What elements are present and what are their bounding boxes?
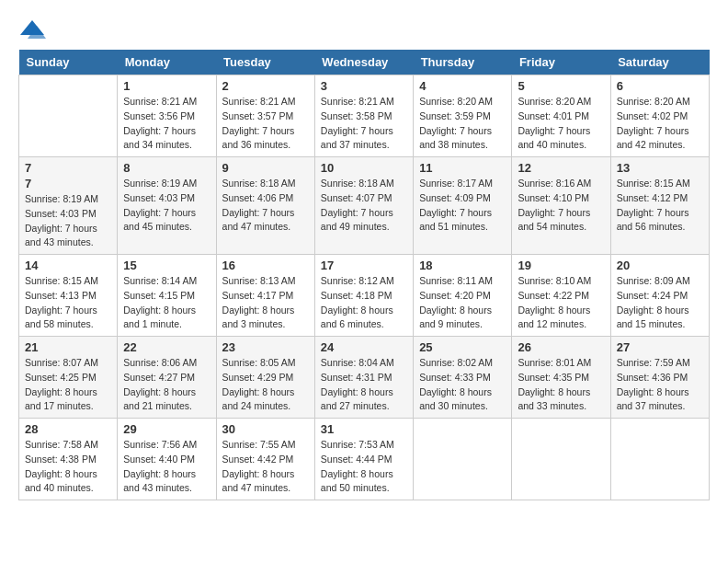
day-cell: 77Sunrise: 8:19 AMSunset: 4:03 PMDayligh… <box>19 157 118 255</box>
day-info: Sunrise: 8:02 AMSunset: 4:33 PMDaylight:… <box>419 356 506 414</box>
day-number: 25 <box>419 340 506 354</box>
day-info: Sunrise: 8:13 AMSunset: 4:17 PMDaylight:… <box>222 274 309 332</box>
day-number: 9 <box>222 161 309 175</box>
day-cell: 8Sunrise: 8:19 AMSunset: 4:03 PMDaylight… <box>118 157 216 255</box>
day-number: 20 <box>617 259 703 272</box>
day-cell: 24Sunrise: 8:04 AMSunset: 4:31 PMDayligh… <box>314 337 413 419</box>
day-cell: 9Sunrise: 8:18 AMSunset: 4:06 PMDaylight… <box>216 157 314 255</box>
day-cell: 20Sunrise: 8:09 AMSunset: 4:24 PMDayligh… <box>610 255 709 337</box>
day-number: 10 <box>321 161 407 175</box>
day-info: Sunrise: 8:16 AMSunset: 4:10 PMDaylight:… <box>518 177 604 235</box>
day-number: 16 <box>222 259 309 272</box>
day-info: Sunrise: 8:15 AMSunset: 4:13 PMDaylight:… <box>25 274 111 332</box>
day-cell: 31Sunrise: 7:53 AMSunset: 4:44 PMDayligh… <box>314 419 413 500</box>
day-cell <box>414 419 512 500</box>
day-cell: 15Sunrise: 8:14 AMSunset: 4:15 PMDayligh… <box>118 255 216 337</box>
logo <box>18 18 50 40</box>
day-cell: 19Sunrise: 8:10 AMSunset: 4:22 PMDayligh… <box>512 255 610 337</box>
day-cell: 1Sunrise: 8:21 AMSunset: 3:56 PMDaylight… <box>118 75 216 157</box>
day-cell: 12Sunrise: 8:16 AMSunset: 4:10 PMDayligh… <box>512 157 610 255</box>
day-info: Sunrise: 8:12 AMSunset: 4:18 PMDaylight:… <box>321 274 407 332</box>
day-info: Sunrise: 7:55 AMSunset: 4:42 PMDaylight:… <box>222 438 309 496</box>
day-info: Sunrise: 8:17 AMSunset: 4:09 PMDaylight:… <box>419 177 506 235</box>
header-saturday: Saturday <box>610 50 709 75</box>
day-info: Sunrise: 8:07 AMSunset: 4:25 PMDaylight:… <box>25 356 111 414</box>
day-number: 18 <box>419 259 506 272</box>
day-info: Sunrise: 8:11 AMSunset: 4:20 PMDaylight:… <box>419 274 506 332</box>
day-info: Sunrise: 8:18 AMSunset: 4:06 PMDaylight:… <box>222 177 309 235</box>
day-cell: 5Sunrise: 8:20 AMSunset: 4:01 PMDaylight… <box>512 75 610 157</box>
day-info: Sunrise: 7:56 AMSunset: 4:40 PMDaylight:… <box>123 438 210 496</box>
day-cell: 6Sunrise: 8:20 AMSunset: 4:02 PMDaylight… <box>610 75 709 157</box>
day-info: Sunrise: 8:20 AMSunset: 3:59 PMDaylight:… <box>419 95 506 153</box>
day-number: 17 <box>321 259 407 272</box>
day-number: 31 <box>321 422 407 436</box>
day-info: Sunrise: 7:59 AMSunset: 4:36 PMDaylight:… <box>617 356 703 414</box>
day-cell <box>610 419 709 500</box>
day-number: 11 <box>419 161 506 175</box>
day-number: 7 <box>25 161 111 175</box>
header-wednesday: Wednesday <box>314 50 413 75</box>
day-cell: 21Sunrise: 8:07 AMSunset: 4:25 PMDayligh… <box>19 337 118 419</box>
day-cell: 30Sunrise: 7:55 AMSunset: 4:42 PMDayligh… <box>216 419 314 500</box>
day-number: 21 <box>25 340 111 354</box>
day-info: Sunrise: 8:21 AMSunset: 3:58 PMDaylight:… <box>321 95 407 153</box>
day-cell: 13Sunrise: 8:15 AMSunset: 4:12 PMDayligh… <box>610 157 709 255</box>
day-number: 15 <box>123 259 210 272</box>
day-number: 30 <box>222 422 309 436</box>
day-cell: 2Sunrise: 8:21 AMSunset: 3:57 PMDaylight… <box>216 75 314 157</box>
day-number: 23 <box>222 340 309 354</box>
day-info: Sunrise: 8:21 AMSunset: 3:56 PMDaylight:… <box>123 95 210 153</box>
header-row: SundayMondayTuesdayWednesdayThursdayFrid… <box>19 50 710 75</box>
header-friday: Friday <box>512 50 610 75</box>
calendar-table: SundayMondayTuesdayWednesdayThursdayFrid… <box>18 50 710 500</box>
day-cell: 14Sunrise: 8:15 AMSunset: 4:13 PMDayligh… <box>19 255 118 337</box>
day-cell: 26Sunrise: 8:01 AMSunset: 4:35 PMDayligh… <box>512 337 610 419</box>
day-number: 29 <box>123 422 210 436</box>
day-cell: 27Sunrise: 7:59 AMSunset: 4:36 PMDayligh… <box>610 337 709 419</box>
day-info: Sunrise: 8:14 AMSunset: 4:15 PMDaylight:… <box>123 274 210 332</box>
header <box>18 18 710 40</box>
day-info: Sunrise: 7:58 AMSunset: 4:38 PMDaylight:… <box>25 438 111 496</box>
day-number: 3 <box>321 79 407 93</box>
day-cell: 4Sunrise: 8:20 AMSunset: 3:59 PMDaylight… <box>414 75 512 157</box>
day-info: Sunrise: 8:20 AMSunset: 4:01 PMDaylight:… <box>518 95 604 153</box>
day-info: Sunrise: 8:19 AMSunset: 4:03 PMDaylight:… <box>123 177 210 235</box>
day-cell <box>512 419 610 500</box>
day-info: Sunrise: 8:04 AMSunset: 4:31 PMDaylight:… <box>321 356 407 414</box>
day-info: Sunrise: 8:20 AMSunset: 4:02 PMDaylight:… <box>617 95 703 153</box>
day-number: 22 <box>123 340 210 354</box>
day-info: Sunrise: 8:15 AMSunset: 4:12 PMDaylight:… <box>617 177 703 235</box>
day-number: 5 <box>518 79 604 93</box>
day-number: 12 <box>518 161 604 175</box>
day-info: Sunrise: 8:06 AMSunset: 4:27 PMDaylight:… <box>123 356 210 414</box>
day-number: 2 <box>222 79 309 93</box>
week-row-1: 1Sunrise: 8:21 AMSunset: 3:56 PMDaylight… <box>19 75 710 157</box>
header-thursday: Thursday <box>414 50 512 75</box>
day-cell: 22Sunrise: 8:06 AMSunset: 4:27 PMDayligh… <box>118 337 216 419</box>
day-info: Sunrise: 8:05 AMSunset: 4:29 PMDaylight:… <box>222 356 309 414</box>
week-row-3: 14Sunrise: 8:15 AMSunset: 4:13 PMDayligh… <box>19 255 710 337</box>
day-info: Sunrise: 7:53 AMSunset: 4:44 PMDaylight:… <box>321 438 407 496</box>
day-cell: 28Sunrise: 7:58 AMSunset: 4:38 PMDayligh… <box>19 419 118 500</box>
day-number: 26 <box>518 340 604 354</box>
header-tuesday: Tuesday <box>216 50 314 75</box>
day-info: Sunrise: 8:09 AMSunset: 4:24 PMDaylight:… <box>617 274 703 332</box>
day-cell: 23Sunrise: 8:05 AMSunset: 4:29 PMDayligh… <box>216 337 314 419</box>
week-row-5: 28Sunrise: 7:58 AMSunset: 4:38 PMDayligh… <box>19 419 710 500</box>
day-number: 28 <box>25 422 111 436</box>
day-info: Sunrise: 8:01 AMSunset: 4:35 PMDaylight:… <box>518 356 604 414</box>
week-row-4: 21Sunrise: 8:07 AMSunset: 4:25 PMDayligh… <box>19 337 710 419</box>
day-number: 1 <box>123 79 210 93</box>
day-cell: 16Sunrise: 8:13 AMSunset: 4:17 PMDayligh… <box>216 255 314 337</box>
day-cell: 18Sunrise: 8:11 AMSunset: 4:20 PMDayligh… <box>414 255 512 337</box>
day-info: Sunrise: 8:10 AMSunset: 4:22 PMDaylight:… <box>518 274 604 332</box>
day-number: 24 <box>321 340 407 354</box>
day-number: 13 <box>617 161 703 175</box>
day-number: 4 <box>419 79 506 93</box>
day-number: 27 <box>617 340 703 354</box>
header-sunday: Sunday <box>19 50 118 75</box>
day-info: Sunrise: 8:21 AMSunset: 3:57 PMDaylight:… <box>222 95 309 153</box>
week-row-2: 77Sunrise: 8:19 AMSunset: 4:03 PMDayligh… <box>19 157 710 255</box>
day-cell <box>19 75 118 157</box>
